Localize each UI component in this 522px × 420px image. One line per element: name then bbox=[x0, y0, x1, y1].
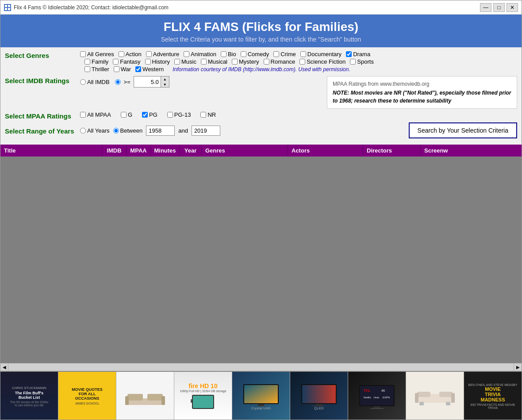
genre-adventure-checkbox[interactable] bbox=[146, 51, 152, 57]
genre-sports[interactable]: Sports bbox=[350, 58, 374, 65]
genre-sports-checkbox[interactable] bbox=[350, 59, 356, 65]
imdb-value-spinbox[interactable]: ▲ ▼ bbox=[134, 76, 169, 88]
genre-documentary-checkbox[interactable] bbox=[300, 51, 306, 57]
imdb-all-radio-input[interactable] bbox=[80, 79, 86, 85]
genre-history-checkbox[interactable] bbox=[145, 59, 151, 65]
genre-comedy-checkbox[interactable] bbox=[241, 51, 246, 57]
mpaa-section: Select MPAA Ratings All MPAA G PG PG-13 bbox=[5, 111, 517, 120]
col-header-imdb: IMDB bbox=[102, 145, 127, 157]
genre-comedy[interactable]: Comedy bbox=[241, 51, 269, 57]
app-title: FLIX 4 FAMS (Flicks for Families) bbox=[5, 20, 517, 34]
year-and-label: and bbox=[178, 127, 188, 134]
year-to-input[interactable] bbox=[192, 126, 220, 136]
genre-action[interactable]: Action bbox=[119, 51, 142, 57]
genre-action-checkbox[interactable] bbox=[119, 51, 124, 57]
imdb-increment[interactable]: ▲ bbox=[161, 76, 169, 82]
ad-living-room[interactable] bbox=[116, 372, 174, 420]
mpaa-g-checkbox[interactable] bbox=[121, 112, 127, 118]
genre-crime[interactable]: Crime bbox=[273, 51, 296, 57]
search-button[interactable]: Search by Your Selection Criteria bbox=[409, 122, 517, 138]
imdb-credit: Information courtesy of IMDB (http://www… bbox=[173, 66, 350, 73]
genre-crime-checkbox[interactable] bbox=[273, 51, 279, 57]
year-controls: All Years Between and bbox=[80, 126, 409, 136]
close-button[interactable]: ✕ bbox=[507, 3, 518, 12]
year-between-radio[interactable]: Between bbox=[113, 127, 143, 134]
mpaa-pg13-checkbox[interactable] bbox=[167, 112, 173, 118]
mpaa-nr-checkbox[interactable] bbox=[200, 112, 206, 118]
app-header: FLIX 4 FAMS (Flicks for Families) Select… bbox=[0, 15, 522, 47]
ad-tcl-4k[interactable]: TCL 4K Netflix Hulu ESPN bbox=[348, 372, 406, 420]
genre-sci-fi[interactable]: Science Fiction bbox=[299, 58, 345, 65]
genre-all-checkbox[interactable] bbox=[80, 51, 86, 57]
genre-western-checkbox[interactable] bbox=[135, 66, 141, 72]
genre-musical[interactable]: Musical bbox=[201, 58, 227, 65]
genre-thriller-checkbox[interactable] bbox=[84, 66, 90, 72]
maximize-button[interactable]: □ bbox=[493, 3, 505, 12]
app-icon bbox=[4, 4, 11, 11]
ad-movie-quotes[interactable]: MOVIE QUOTESFOR ALLOCCASIONS JAMES SCHOO… bbox=[58, 372, 116, 420]
year-label: Select Range of Years bbox=[5, 126, 80, 135]
year-from-input[interactable] bbox=[146, 126, 175, 136]
scroll-track[interactable] bbox=[8, 363, 514, 371]
imdb-gte-radio[interactable]: >= ▲ ▼ bbox=[115, 76, 169, 88]
horizontal-scrollbar[interactable]: ◀ ▶ bbox=[0, 363, 522, 371]
title-bar-text: Flix 4 Fams © Idiolectable 2020; Contact… bbox=[14, 4, 480, 11]
mpaa-all-checkbox[interactable] bbox=[80, 112, 86, 118]
genre-mystery[interactable]: Mystery bbox=[232, 58, 259, 65]
year-all-radio[interactable]: All Years bbox=[80, 127, 110, 134]
genre-history[interactable]: History bbox=[145, 58, 170, 65]
year-between-radio-input[interactable] bbox=[113, 128, 119, 134]
genre-all[interactable]: All Genres bbox=[80, 51, 114, 57]
genre-music-checkbox[interactable] bbox=[174, 59, 180, 65]
genre-war-checkbox[interactable] bbox=[114, 66, 119, 72]
imdb-decrement[interactable]: ▼ bbox=[161, 82, 169, 87]
genre-bio-checkbox[interactable] bbox=[221, 51, 226, 57]
svg-rect-33 bbox=[417, 392, 430, 397]
genre-war[interactable]: War bbox=[114, 66, 131, 73]
genre-fantasy-checkbox[interactable] bbox=[113, 59, 119, 65]
mpaa-all[interactable]: All MPAA bbox=[80, 111, 111, 118]
ad-movie-trivia[interactable]: BEN O'NEIL AND STEVE MEASBY MOVIETRIVIAM… bbox=[464, 372, 522, 420]
mpaa-pg13[interactable]: PG-13 bbox=[167, 111, 191, 118]
genre-family-checkbox[interactable] bbox=[84, 59, 90, 65]
genre-row-1: All Genres Action Adventure Animation bbox=[80, 51, 517, 57]
scroll-right-button[interactable]: ▶ bbox=[514, 363, 522, 371]
genre-romance[interactable]: Romance bbox=[264, 58, 296, 65]
mpaa-g[interactable]: G bbox=[121, 111, 132, 118]
main-controls: Select Genres All Genres Action Adventur… bbox=[0, 47, 522, 145]
ad-film-buff[interactable]: CHRIS STUCKMANN The Film Buff'sBucket Li… bbox=[0, 372, 58, 420]
genre-musical-checkbox[interactable] bbox=[201, 59, 207, 65]
genre-drama-checkbox[interactable] bbox=[346, 51, 352, 57]
genre-romance-checkbox[interactable] bbox=[264, 59, 269, 65]
svg-text:TCL: TCL bbox=[364, 389, 371, 393]
year-all-radio-input[interactable] bbox=[80, 128, 86, 134]
imdb-gte-radio-input[interactable] bbox=[115, 79, 121, 85]
genre-fantasy[interactable]: Fantasy bbox=[113, 58, 140, 65]
genre-scifi-checkbox[interactable] bbox=[299, 59, 305, 65]
scroll-left-button[interactable]: ◀ bbox=[0, 363, 8, 371]
genre-animation-checkbox[interactable] bbox=[184, 51, 189, 57]
genre-bio[interactable]: Bio bbox=[221, 51, 236, 57]
genre-music[interactable]: Music bbox=[174, 58, 196, 65]
genre-family[interactable]: Family bbox=[84, 58, 108, 65]
minimize-button[interactable]: — bbox=[480, 3, 491, 12]
table-body[interactable] bbox=[0, 157, 522, 363]
mpaa-pg[interactable]: PG bbox=[142, 111, 157, 118]
genre-bio-label: Bio bbox=[228, 51, 236, 57]
genre-thriller[interactable]: Thriller bbox=[84, 66, 109, 73]
svg-rect-20 bbox=[302, 385, 336, 403]
ad-couch[interactable] bbox=[406, 372, 464, 420]
imdb-all-radio[interactable]: All IMDB bbox=[80, 79, 110, 85]
ad-samsung-qled[interactable]: QLED bbox=[290, 372, 348, 420]
genre-animation[interactable]: Animation bbox=[184, 51, 216, 57]
genre-documentary[interactable]: Documentary bbox=[300, 51, 342, 57]
genre-mystery-checkbox[interactable] bbox=[232, 59, 238, 65]
genre-adventure[interactable]: Adventure bbox=[146, 51, 179, 57]
genre-western[interactable]: Western bbox=[135, 66, 164, 73]
mpaa-pg-checkbox[interactable] bbox=[142, 112, 148, 118]
mpaa-nr[interactable]: NR bbox=[200, 111, 216, 118]
imdb-value-input[interactable] bbox=[134, 78, 161, 86]
genre-drama[interactable]: Drama bbox=[346, 51, 370, 57]
ad-fire-hd[interactable]: fire HD 10 1080p Full HD | 32/64 GB stor… bbox=[174, 372, 232, 420]
ad-samsung-crystal[interactable]: Crystal UHD bbox=[232, 372, 290, 420]
